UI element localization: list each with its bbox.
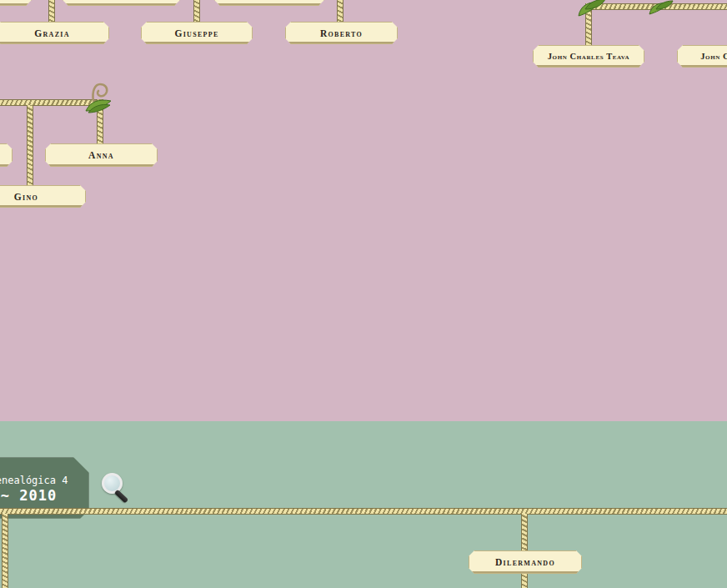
plaque-partial-top-right[interactable] (214, 0, 324, 6)
plaque-grazia[interactable]: Grazia (0, 22, 109, 44)
plaque-gino[interactable]: Gino (0, 185, 86, 208)
plaque-label: Giuseppe (174, 28, 218, 38)
plaque-roberto[interactable]: Roberto (285, 22, 398, 44)
plaque-partial-top-left[interactable] (0, 0, 32, 6)
plaque-label: Roberto (320, 28, 363, 38)
plaque-label: John Charles Teava (700, 52, 727, 61)
connector-rope (27, 105, 33, 185)
connector-rope (193, 0, 200, 23)
plaque-partial-left[interactable] (0, 143, 13, 167)
plaque-anna[interactable]: Anna (45, 143, 158, 167)
plaque-partial-top-middle[interactable] (63, 0, 180, 6)
plaque-label: John Charles Teava (548, 52, 629, 61)
leaf-icon (575, 0, 609, 18)
leaf-icon (647, 0, 675, 16)
leaf-icon (83, 94, 115, 114)
plaque-label: Dilermando (495, 557, 555, 567)
plaque-dilermando[interactable]: Dilermando (469, 550, 582, 574)
plaque-john-charles-teava[interactable]: John Charles Teava (533, 45, 644, 68)
plaque-label: Grazia (34, 28, 70, 38)
family-tree-canvas: { "sign": { "line1": "Genealógica 4", "l… (0, 0, 727, 588)
plaque-giuseppe[interactable]: Giuseppe (141, 22, 253, 44)
connector-rope (2, 514, 8, 588)
tree-title-text: Genealógica 4 (0, 475, 89, 487)
connector-rope (48, 0, 55, 23)
connector-rope (337, 0, 343, 23)
magnifier-icon[interactable] (102, 473, 132, 503)
magnifier-handle (114, 490, 128, 504)
lower-canvas-background (0, 421, 727, 588)
tree-title-year: ~ 2010 (0, 487, 89, 504)
connector-rope (0, 508, 727, 515)
plaque-label: Gino (14, 192, 38, 202)
plaque-john-charles-teava-2[interactable]: John Charles Teava (677, 45, 727, 68)
plaque-label: Anna (88, 150, 114, 160)
